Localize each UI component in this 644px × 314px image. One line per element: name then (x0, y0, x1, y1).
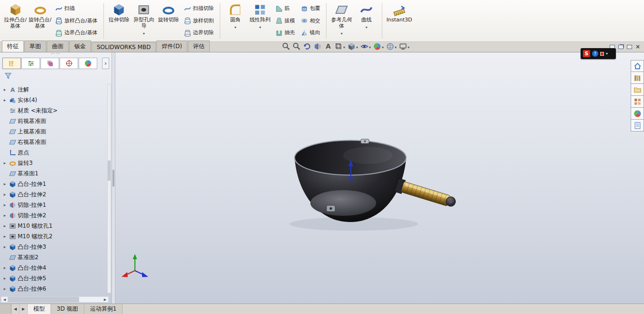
previous-view-button[interactable] (303, 42, 312, 51)
expand-arrow-icon[interactable] (2, 192, 8, 197)
help-button[interactable]: ? (592, 51, 598, 57)
dropdown-caret-icon[interactable] (408, 44, 409, 50)
tree-item-boss-extrude2[interactable]: 凸台-拉伸2 (2, 189, 112, 200)
dropdown-caret-icon[interactable] (356, 44, 358, 50)
tree-item-right-plane[interactable]: 右视基准面 (2, 137, 112, 147)
tab-displaymanager[interactable] (79, 58, 97, 69)
tab-configurationmanager[interactable] (41, 58, 59, 69)
tab-surfaces[interactable]: 曲面 (47, 41, 69, 52)
tab-features[interactable]: 特征 (2, 41, 24, 52)
draft-button[interactable]: 拔模 (274, 16, 297, 26)
tab-motion-study1[interactable]: 运动算例1 (84, 304, 123, 314)
tree-item-tapped-hole2[interactable]: M10 螺纹孔2 (2, 231, 112, 242)
tab-evaluate[interactable]: 评估 (188, 41, 210, 52)
tree-item-tapped-hole1[interactable]: M10 螺纹孔1 (2, 221, 112, 231)
instant3d-button[interactable]: Instant3D (385, 1, 414, 41)
zoom-area-button[interactable] (292, 42, 301, 51)
restore-window-icon[interactable] (627, 45, 632, 49)
tab-dimxpertmanager[interactable] (60, 58, 78, 69)
tree-item-plane2[interactable]: 基准面2 (2, 252, 112, 263)
view-palette-button[interactable] (631, 96, 644, 108)
shell-button[interactable]: 抽壳 (274, 28, 297, 38)
zoom-fit-button[interactable] (282, 42, 291, 51)
filter-funnel-icon[interactable] (4, 72, 12, 80)
tree-item-plane1[interactable]: 基准面1 (2, 168, 112, 179)
tree-item-boss-extrude5[interactable]: 凸台-拉伸5 (2, 273, 112, 284)
view-settings-button[interactable] (399, 42, 410, 51)
tree-item-annotations[interactable]: 注解 (2, 84, 112, 95)
graphics-area[interactable] (115, 52, 644, 304)
badge-dropdown-caret-icon[interactable] (606, 51, 608, 56)
capture-record-icon[interactable] (600, 52, 604, 56)
scrollbar-thumb[interactable] (8, 297, 79, 302)
tree-horizontal-scrollbar[interactable] (1, 296, 109, 303)
scroll-tabs-last-button[interactable] (20, 304, 28, 314)
lofted-boss-base-button[interactable]: 放样凸台/基体 (53, 16, 100, 26)
rim-clip[interactable] (361, 139, 369, 143)
panel-flyout-chevron[interactable] (102, 58, 109, 69)
wok-handle[interactable] (395, 178, 458, 209)
scrollbar-track[interactable] (8, 297, 102, 302)
solidworks-resources-button[interactable] (631, 60, 644, 72)
panel-drag-handle[interactable] (0, 52, 112, 57)
tree-vertical-scrollbar[interactable] (107, 84, 111, 293)
extruded-boss-base-button[interactable]: 拉伸凸台/基体 (3, 1, 28, 41)
display-style-button[interactable] (347, 42, 358, 51)
tree-item-boss-extrude1[interactable]: 凸台-拉伸1 (2, 179, 112, 189)
dropdown-caret-icon[interactable] (369, 44, 371, 50)
revolved-cut-button[interactable]: 旋转切除 (156, 1, 181, 41)
dropdown-caret-icon[interactable] (259, 24, 261, 30)
expand-arrow-icon[interactable] (2, 276, 8, 281)
wok-model[interactable] (295, 139, 457, 222)
tree-item-cut-extrude1[interactable]: 切除-拉伸1 (2, 200, 112, 210)
tree-item-top-plane[interactable]: 上视基准面 (2, 126, 112, 137)
expand-arrow-icon[interactable] (2, 265, 8, 270)
dropdown-caret-icon[interactable] (366, 24, 368, 30)
swept-cut-button[interactable]: 扫描切除 (182, 4, 216, 14)
tree-item-revolve3[interactable]: 旋转3 (2, 158, 112, 168)
swept-boss-base-button[interactable]: 扫描 (53, 4, 100, 14)
rib-button[interactable]: 筋 (274, 4, 297, 14)
scroll-tabs-first-button[interactable] (11, 304, 20, 314)
expand-arrow-icon[interactable] (2, 203, 8, 207)
tree-item-cut-extrude2[interactable]: 切除-拉伸2 (2, 210, 112, 221)
close-window-icon[interactable] (635, 44, 640, 50)
expand-arrow-icon[interactable] (2, 213, 8, 218)
hole-wizard-button[interactable]: 异型孔向导 (132, 1, 156, 41)
wrap-button[interactable]: 包覆 (299, 4, 322, 14)
custom-properties-button[interactable] (631, 120, 644, 132)
revolved-boss-base-button[interactable]: 旋转凸台/基体 (28, 1, 52, 41)
expand-arrow-icon[interactable] (2, 286, 8, 291)
tab-weldments[interactable]: 焊件(D) (156, 41, 187, 52)
annotation-views-button[interactable] (324, 42, 333, 51)
linear-pattern-button[interactable]: 线性阵列 (248, 1, 273, 41)
edit-appearance-button[interactable] (373, 42, 384, 51)
boundary-cut-button[interactable]: 边界切除 (182, 28, 216, 38)
expand-arrow-icon[interactable] (2, 223, 8, 228)
expand-arrow-icon[interactable] (2, 98, 8, 102)
scroll-left-button[interactable] (1, 297, 8, 302)
expand-arrow-icon[interactable] (2, 244, 8, 249)
panel-splitter[interactable] (112, 52, 115, 304)
tree-item-boss-extrude3[interactable]: 凸台-拉伸3 (2, 242, 112, 252)
view-orientation-button[interactable] (334, 42, 346, 51)
tree-item-boss-extrude6[interactable]: 凸台-拉伸6 (2, 284, 112, 294)
capture-s-button[interactable]: S (583, 50, 590, 57)
tab-propertymanager[interactable] (21, 58, 40, 69)
apply-scene-button[interactable] (386, 42, 397, 51)
file-explorer-button[interactable] (631, 84, 644, 96)
tab-3d-views[interactable]: 3D 视图 (51, 304, 84, 314)
expand-arrow-icon[interactable] (2, 234, 8, 239)
model-viewport[interactable] (115, 52, 644, 304)
tree-item-boss-extrude4[interactable]: 凸台-拉伸4 (2, 263, 112, 273)
dropdown-caret-icon[interactable] (343, 44, 345, 50)
splitter-grip[interactable] (112, 170, 114, 187)
dropdown-caret-icon[interactable] (143, 30, 145, 36)
curves-button[interactable]: 曲线 (354, 1, 379, 41)
section-view-button[interactable] (313, 42, 322, 51)
lofted-cut-button[interactable]: 放样切割 (182, 16, 216, 26)
tab-solidworks-mbd[interactable]: SOLIDWORKS MBD (92, 42, 156, 52)
design-library-button[interactable] (631, 72, 644, 84)
expand-arrow-icon[interactable] (2, 87, 8, 92)
tree-item-solid-bodies[interactable]: 实体(4) (2, 95, 112, 105)
